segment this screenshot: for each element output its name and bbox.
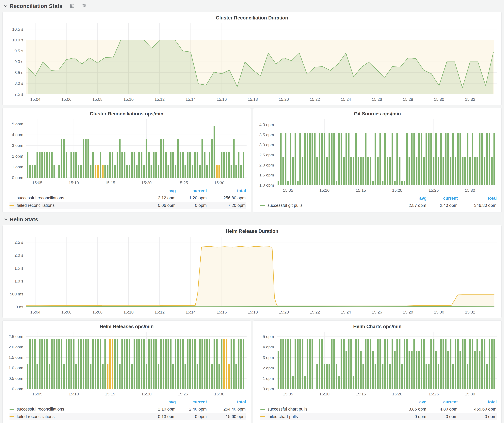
series-color-dash[interactable] (10, 409, 14, 410)
legend-row: successful git pulls2.87 opm2.40 opm346.… (260, 202, 497, 209)
svg-text:15:20: 15:20 (141, 181, 151, 185)
section-title[interactable]: Helm Stats (10, 216, 38, 223)
section-header-reconciliation-stats: Reconciliation Stats (3, 1, 502, 11)
svg-text:7.5 s: 7.5 s (14, 92, 23, 97)
x-axis: 15:0415:0615:0815:1015:1215:1415:1615:18… (30, 310, 475, 314)
legend-sort-current[interactable]: current (426, 196, 458, 201)
panel-helm-release-duration: Helm Release Duration 0 ns500 ms1.0 s1.5… (2, 225, 502, 318)
legend-series-label[interactable]: successful reconciliations (17, 407, 64, 412)
svg-text:1 opm: 1 opm (12, 165, 23, 169)
panel-title[interactable]: Helm Release Duration (3, 225, 501, 234)
svg-text:15:30: 15:30 (434, 310, 444, 314)
series-color-dash[interactable] (260, 205, 265, 206)
series-successful-reconciliations (27, 126, 244, 178)
svg-text:0 ns: 0 ns (16, 305, 23, 309)
legend-series-label[interactable]: failed chart pulls (267, 414, 298, 419)
panel-git-sources-opm: Git Sources ops/min 1.0 opm1.5 opm2.0 op… (253, 108, 502, 212)
legend-stat-total: 7.20 opm (207, 203, 246, 208)
legend-series-label[interactable]: failed reconciliations (17, 414, 54, 419)
svg-text:15:04: 15:04 (30, 97, 40, 102)
legend-row: successful chart pulls3.85 opm4.80 opm46… (260, 405, 497, 413)
legend-sort-total[interactable]: total (458, 196, 497, 201)
panel-title[interactable]: Git Sources ops/min (253, 108, 501, 117)
chart-helm-charts-opm[interactable]: 0 opm1 opm2 opm3 opm4 opm5 opm15:0515:10… (253, 330, 501, 399)
legend-git-sources: avgcurrenttotalsuccessful git pulls2.87 … (253, 195, 501, 210)
trash-icon[interactable] (82, 3, 87, 9)
legend-sort-avg[interactable]: avg (398, 196, 426, 201)
legend-sort-current[interactable]: current (426, 400, 458, 405)
svg-text:15:20: 15:20 (279, 310, 289, 314)
svg-text:15:22: 15:22 (310, 310, 320, 314)
svg-text:15:26: 15:26 (372, 97, 382, 102)
svg-text:15:15: 15:15 (356, 392, 366, 396)
legend-stat-total: 254.40 opm (207, 407, 246, 412)
series-color-dash[interactable] (10, 198, 14, 198)
svg-text:0.5 opm: 0.5 opm (9, 376, 23, 381)
legend-header-row: avgcurrenttotal (260, 195, 497, 202)
legend-series-label[interactable]: successful reconciliations (17, 196, 64, 200)
svg-text:15:20: 15:20 (392, 392, 402, 396)
y-axis: 0 opm0.5 opm1.0 opm1.5 opm2.0 opm2.5 opm (9, 334, 23, 391)
chart-helm-release-duration[interactable]: 0 ns500 ms1.0 s1.5 s2.0 s2.5 s15:0415:06… (3, 234, 501, 317)
series-color-dash[interactable] (10, 205, 14, 206)
x-axis: 15:0515:1015:1515:2015:2515:30 (32, 392, 224, 396)
legend-sort-avg[interactable]: avg (398, 400, 426, 405)
series-color-dash[interactable] (260, 416, 265, 417)
series-successful-chart-pulls (277, 339, 495, 389)
svg-text:15:18: 15:18 (248, 97, 258, 102)
svg-text:2.5 opm: 2.5 opm (259, 153, 274, 157)
svg-text:15:14: 15:14 (186, 310, 196, 314)
legend-sort-total[interactable]: total (207, 188, 246, 193)
legend-sort-total[interactable]: total (458, 400, 497, 405)
gear-icon[interactable] (69, 3, 75, 9)
panel-title[interactable]: Cluster Reconciliations ops/min (3, 108, 251, 117)
legend-sort-current[interactable]: current (176, 400, 207, 405)
svg-text:4 opm: 4 opm (263, 345, 274, 349)
svg-text:15:30: 15:30 (465, 392, 475, 396)
legend-header-row: avgcurrenttotal (10, 399, 246, 405)
chart-git-sources-opm[interactable]: 1.0 opm1.5 opm2.0 opm2.5 opm3.0 opm3.5 o… (253, 117, 501, 195)
svg-text:15:14: 15:14 (186, 97, 196, 102)
x-axis: 15:0415:0615:0815:1015:1215:1415:1615:18… (30, 97, 475, 102)
svg-text:2.0 s: 2.0 s (14, 253, 23, 258)
panel-title[interactable]: Cluster Reconciliation Duration (3, 12, 501, 21)
series-failed-reconciliations (95, 165, 220, 178)
svg-text:10.5 s: 10.5 s (12, 27, 23, 32)
grafana-dashboard: Reconciliation Stats (0, 0, 504, 423)
chart-svg: 1.0 opm1.5 opm2.0 opm2.5 opm3.0 opm3.5 o… (253, 117, 501, 195)
legend-stat-avg: 2.87 opm (398, 203, 426, 208)
svg-text:15:10: 15:10 (319, 188, 330, 193)
x-axis: 15:0515:1015:1515:2015:2515:30 (283, 392, 475, 396)
legend-stat-current: 2.40 opm (176, 407, 207, 412)
chart-svg: 0 opm1 opm2 opm3 opm4 opm5 opm15:0515:10… (253, 330, 501, 399)
legend-stat-avg: 2.10 opm (148, 407, 176, 412)
legend-series: successful reconciliations (10, 196, 148, 200)
section-title[interactable]: Reconciliation Stats (10, 3, 62, 9)
legend-series-label[interactable]: failed reconciliations (17, 203, 54, 208)
chart-helm-releases-opm[interactable]: 0 opm0.5 opm1.0 opm1.5 opm2.0 opm2.5 opm… (3, 330, 251, 399)
legend-sort-avg[interactable]: avg (148, 400, 176, 405)
svg-text:15:24: 15:24 (341, 310, 351, 314)
svg-text:15:20: 15:20 (279, 97, 289, 102)
chart-cluster-reconciliations-opm[interactable]: 0 opm1 opm2 opm3 opm4 opm5 opm15:0515:10… (3, 117, 251, 187)
legend-series-label[interactable]: successful chart pulls (267, 407, 307, 412)
panel-title[interactable]: Helm Releases ops/min (3, 321, 251, 330)
chevron-down-icon[interactable] (3, 217, 8, 222)
legend-header-row: avgcurrenttotal (260, 399, 497, 405)
svg-text:15:30: 15:30 (465, 188, 475, 193)
y-axis: 7.5 s8.0 s8.5 s9.0 s9.5 s10.0 s10.5 s (12, 27, 23, 97)
svg-text:0 opm: 0 opm (12, 175, 23, 180)
svg-text:1 opm: 1 opm (263, 376, 274, 381)
chevron-down-icon[interactable] (3, 4, 8, 8)
panel-title[interactable]: Helm Charts ops/min (253, 321, 501, 330)
y-axis: 0 ns500 ms1.0 s1.5 s2.0 s2.5 s (10, 240, 23, 309)
svg-text:9.5 s: 9.5 s (14, 49, 23, 53)
series-color-dash[interactable] (260, 409, 265, 410)
series-color-dash[interactable] (10, 416, 14, 417)
legend-series-label[interactable]: successful git pulls (267, 203, 302, 208)
legend-sort-avg[interactable]: avg (148, 188, 176, 193)
legend-sort-current[interactable]: current (176, 188, 207, 193)
svg-text:8.5 s: 8.5 s (14, 70, 23, 75)
legend-sort-total[interactable]: total (207, 400, 246, 405)
chart-cluster-reconciliation-duration[interactable]: 7.5 s8.0 s8.5 s9.0 s9.5 s10.0 s10.5 s15:… (3, 21, 501, 104)
